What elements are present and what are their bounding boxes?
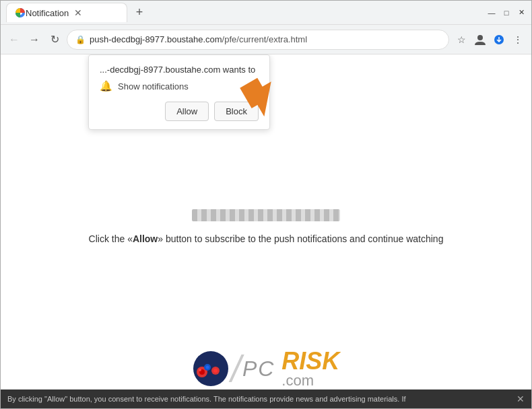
pc-letters: PC bbox=[242, 358, 275, 379]
arrow-icon bbox=[236, 75, 290, 135]
svg-point-11 bbox=[205, 365, 209, 369]
bell-icon: 🔔 bbox=[100, 80, 112, 92]
address-domain: push-decdbgj-8977.boustahe.com bbox=[90, 34, 222, 44]
address-text: push-decdbgj-8977.boustahe.com/pfe/curre… bbox=[90, 34, 440, 44]
tab-close-button[interactable]: ✕ bbox=[74, 7, 82, 18]
bottom-logo: / PC RISK .com bbox=[1, 349, 531, 388]
bottom-notification-bar: By clicking "Allow" button, you consent … bbox=[1, 389, 531, 408]
back-button[interactable]: ← bbox=[6, 32, 22, 48]
page-main: Click the «Allow» button to subscribe to… bbox=[1, 209, 531, 246]
risk-com-text: RISK .com bbox=[281, 349, 339, 388]
progress-bar bbox=[192, 209, 340, 221]
svg-point-2 bbox=[477, 35, 483, 40]
menu-button[interactable]: ⋮ bbox=[510, 32, 526, 48]
slash-divider: / bbox=[231, 350, 241, 387]
popup-buttons: Allow Block bbox=[100, 102, 259, 121]
com-text: .com bbox=[281, 373, 339, 388]
active-tab[interactable]: Notification ✕ bbox=[6, 3, 127, 22]
profile-button[interactable] bbox=[472, 32, 488, 48]
permission-label: Show notifications bbox=[118, 81, 189, 91]
minimize-button[interactable]: — bbox=[487, 8, 496, 17]
forward-button[interactable]: → bbox=[26, 32, 42, 48]
browser-window: Notification ✕ + — □ ✕ ← → ↻ 🔒 push-decd… bbox=[0, 0, 532, 409]
refresh-button[interactable]: ↻ bbox=[46, 32, 63, 48]
allow-text-bold: Allow bbox=[133, 233, 158, 244]
lock-icon: 🔒 bbox=[75, 35, 86, 44]
bookmark-button[interactable]: ☆ bbox=[453, 32, 469, 48]
title-bar: Notification ✕ + — □ ✕ bbox=[1, 1, 531, 25]
address-bar[interactable]: 🔒 push-decdbgj-8977.boustahe.com/pfe/cur… bbox=[67, 30, 449, 50]
risk-text: RISK bbox=[281, 349, 339, 373]
svg-marker-5 bbox=[240, 75, 284, 120]
bottom-bar-text: By clicking "Allow" button, you consent … bbox=[7, 395, 511, 403]
svg-point-9 bbox=[199, 369, 201, 371]
bottom-bar-close-button[interactable]: ✕ bbox=[517, 394, 525, 404]
address-bar-row: ← → ↻ 🔒 push-decdbgj-8977.boustahe.com/p… bbox=[1, 25, 531, 54]
maximize-button[interactable]: □ bbox=[502, 8, 511, 17]
popup-title: ...-decdbgj-8977.boustahe.com wants to bbox=[100, 65, 259, 75]
profile-icon bbox=[474, 34, 486, 46]
download-svg bbox=[494, 34, 504, 45]
tab-area: Notification ✕ + bbox=[6, 3, 487, 22]
arrow-container bbox=[236, 75, 290, 138]
tab-favicon bbox=[15, 7, 26, 18]
download-icon[interactable] bbox=[491, 32, 507, 48]
new-tab-button[interactable]: + bbox=[130, 3, 149, 22]
page-instruction: Click the «Allow» button to subscribe to… bbox=[62, 232, 471, 246]
toolbar-right: ☆ ⋮ bbox=[453, 32, 526, 48]
close-button[interactable]: ✕ bbox=[517, 8, 526, 17]
popup-permission: 🔔 Show notifications bbox=[100, 80, 259, 92]
allow-button[interactable]: Allow bbox=[165, 102, 209, 121]
window-controls: — □ ✕ bbox=[487, 8, 526, 17]
pc-risk-logo-icon bbox=[193, 350, 230, 387]
svg-point-13 bbox=[213, 369, 218, 373]
page-content: ...-decdbgj-8977.boustahe.com wants to 🔔… bbox=[1, 54, 531, 408]
tab-title: Notification bbox=[26, 8, 69, 18]
address-path: /pfe/current/extra.html bbox=[222, 34, 307, 44]
